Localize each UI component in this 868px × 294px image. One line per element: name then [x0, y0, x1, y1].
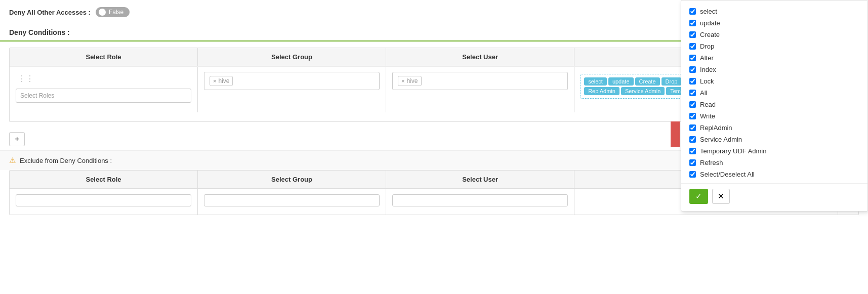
- perm-tag-select[interactable]: select: [584, 77, 607, 86]
- user-select[interactable]: × hive: [392, 72, 568, 90]
- group-tag-hive: × hive: [210, 76, 233, 86]
- checkbox-create[interactable]: [689, 31, 696, 38]
- dropdown-label-create: Create: [700, 31, 720, 38]
- perm-tag-update[interactable]: update: [608, 77, 634, 86]
- dropdown-label-all: All: [700, 89, 707, 97]
- dropdown-item-lock[interactable]: Lock: [681, 75, 867, 87]
- bottom-user-select[interactable]: [392, 194, 568, 206]
- dropdown-footer: ✓ ✕: [681, 183, 867, 206]
- dropdown-item-read[interactable]: Read: [681, 99, 867, 110]
- dropdown-item-service-admin[interactable]: Service Admin: [681, 134, 867, 145]
- deny-all-toggle[interactable]: False: [96, 7, 130, 17]
- checkbox-index[interactable]: [689, 66, 696, 73]
- role-cell: ⋮⋮ Select Roles: [10, 67, 198, 112]
- checkbox-update[interactable]: [689, 20, 696, 26]
- dropdown-item-alter[interactable]: Alter: [681, 52, 867, 64]
- dropdown-item-update[interactable]: update: [681, 17, 867, 29]
- dropdown-label-index: Index: [700, 66, 716, 73]
- dropdown-label-lock: Lock: [700, 77, 714, 85]
- dropdown-item-create[interactable]: Create: [681, 29, 867, 40]
- user-tag-remove[interactable]: ×: [401, 78, 404, 84]
- dropdown-label-refresh: Refresh: [700, 159, 723, 166]
- checkbox-refresh[interactable]: [689, 159, 696, 166]
- group-select[interactable]: × hive: [204, 72, 380, 90]
- deny-all-label: Deny All Other Accesses :: [9, 9, 91, 16]
- checkbox-repladmin[interactable]: [689, 124, 696, 131]
- dropdown-label-temp-udf-admin: Temporary UDF Admin: [700, 147, 766, 155]
- dropdown-label-read: Read: [700, 101, 716, 108]
- drag-handle[interactable]: ⋮⋮: [16, 72, 191, 86]
- dropdown-label-alter: Alter: [700, 54, 714, 62]
- role-placeholder: Select Roles: [20, 92, 54, 99]
- checkbox-all[interactable]: [689, 90, 696, 96]
- col-header-user: Select User: [386, 48, 574, 66]
- col-header-group: Select Group: [198, 48, 386, 66]
- dropdown-label-select: select: [700, 8, 717, 15]
- bottom-user-cell: [386, 189, 574, 215]
- checkbox-drop[interactable]: [689, 43, 696, 50]
- dropdown-item-repladmin[interactable]: ReplAdmin: [681, 122, 867, 134]
- user-cell: × hive: [386, 67, 574, 112]
- add-row-button[interactable]: +: [9, 132, 25, 146]
- dropdown-label-select-deselect-all: Select/Deselect All: [700, 171, 755, 178]
- checkbox-alter[interactable]: [689, 55, 696, 61]
- perm-tag-create[interactable]: Create: [635, 77, 660, 86]
- perm-tag-repladmin[interactable]: ReplAdmin: [584, 87, 619, 95]
- exclude-label: Exclude from Deny Conditions :: [20, 157, 112, 164]
- checkbox-write[interactable]: [689, 113, 696, 119]
- group-cell: × hive: [198, 67, 386, 112]
- bottom-col-group: Select Group: [198, 171, 386, 188]
- warning-icon: ⚠: [9, 156, 16, 165]
- checkbox-service-admin[interactable]: [689, 136, 696, 143]
- dropdown-item-write[interactable]: Write: [681, 110, 867, 122]
- red-side-button[interactable]: [671, 121, 680, 147]
- bottom-role-cell: [10, 189, 198, 215]
- user-tag-hive: × hive: [398, 76, 421, 86]
- dropdown-label-service-admin: Service Admin: [700, 136, 742, 143]
- dropdown-item-index[interactable]: Index: [681, 64, 867, 75]
- perm-tag-drop[interactable]: Drop: [662, 77, 682, 86]
- group-tag-label: hive: [218, 77, 229, 85]
- checkbox-lock[interactable]: [689, 78, 696, 85]
- perm-tag-service-admin[interactable]: Service Admin: [621, 87, 665, 95]
- dropdown-item-temp-udf-admin[interactable]: Temporary UDF Admin: [681, 145, 867, 157]
- bottom-role-select[interactable]: [16, 194, 191, 206]
- dropdown-item-drop[interactable]: Drop: [681, 40, 867, 52]
- dropdown-label-repladmin: ReplAdmin: [700, 124, 732, 132]
- group-tag-remove[interactable]: ×: [213, 78, 216, 84]
- toggle-value: False: [109, 9, 123, 16]
- dropdown-label-write: Write: [700, 112, 715, 120]
- bottom-group-cell: [198, 189, 386, 215]
- bottom-col-role: Select Role: [10, 171, 198, 188]
- checkbox-temp-udf-admin[interactable]: [689, 148, 696, 154]
- checkbox-read[interactable]: [689, 101, 696, 108]
- dropdown-item-select[interactable]: select: [681, 6, 867, 17]
- role-select[interactable]: Select Roles: [16, 89, 191, 103]
- dropdown-confirm-button[interactable]: ✓: [689, 189, 708, 204]
- deny-conditions-label: Deny Conditions :: [9, 28, 70, 36]
- checkbox-select-deselect-all[interactable]: [689, 171, 696, 178]
- dropdown-item-refresh[interactable]: Refresh: [681, 157, 867, 169]
- bottom-col-user: Select User: [386, 171, 574, 188]
- col-header-role: Select Role: [10, 48, 198, 66]
- toggle-circle: [99, 9, 106, 16]
- dropdown-item-all[interactable]: All: [681, 87, 867, 99]
- user-tag-label: hive: [407, 77, 418, 85]
- dropdown-label-drop: Drop: [700, 43, 714, 50]
- checkbox-select[interactable]: [689, 8, 696, 15]
- dropdown-label-update: update: [700, 19, 720, 27]
- dropdown-item-select-deselect-all[interactable]: Select/Deselect All: [681, 169, 867, 180]
- permissions-dropdown: select update Create Drop Alter Index Lo…: [681, 0, 868, 212]
- page-wrapper: Deny All Other Accesses : False Deny Con…: [0, 0, 868, 294]
- dropdown-cancel-button[interactable]: ✕: [712, 189, 730, 204]
- bottom-group-select[interactable]: [204, 194, 380, 206]
